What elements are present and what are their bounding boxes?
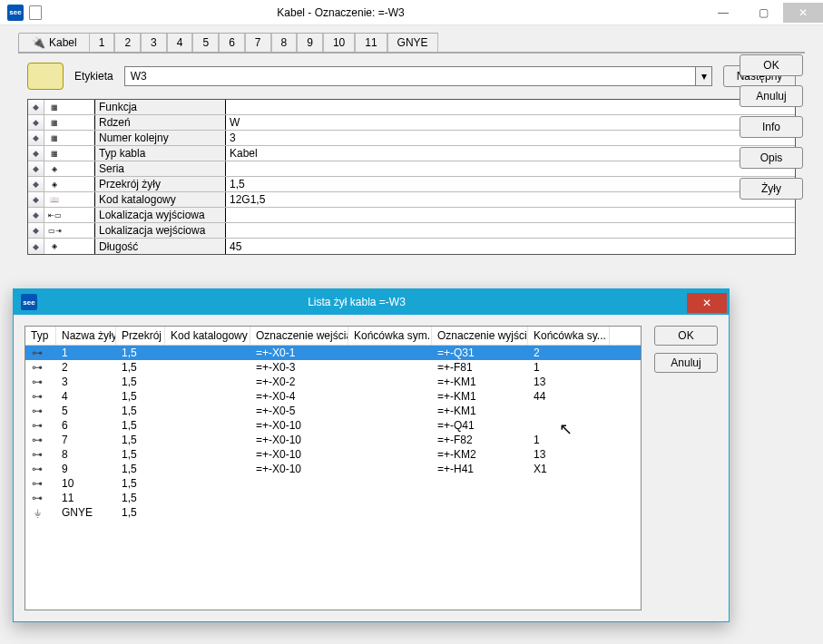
inner-ok-button[interactable]: OK xyxy=(654,326,718,346)
wire-row[interactable]: ⊶71,5=+-X0-10=+-F821 xyxy=(25,433,641,447)
column-header[interactable]: Oznaczenie wyjścia xyxy=(432,327,528,345)
prop-value[interactable] xyxy=(226,100,795,114)
wire-row[interactable]: ⊶111,5 xyxy=(25,491,641,505)
prop-value[interactable]: 12G1,5 xyxy=(226,192,795,207)
column-header[interactable]: Kod katalogowy xyxy=(165,327,250,345)
wire-row[interactable]: ⊶61,5=+-X0-10=+-Q41 xyxy=(25,418,641,433)
prop-row-lokalizacja-wyj-ciowa[interactable]: ◆⇤▭Lokalizacja wyjściowa xyxy=(28,208,795,223)
column-header[interactable]: Oznaczenie wejścia xyxy=(250,327,348,345)
info-button[interactable]: Info xyxy=(740,116,803,138)
close-button[interactable]: ✕ xyxy=(783,3,823,23)
etykieta-dropdown-icon[interactable]: ▾ xyxy=(695,67,711,85)
cell xyxy=(165,491,250,505)
prop-value[interactable] xyxy=(226,208,795,222)
etykieta-input[interactable]: W3 ▾ xyxy=(124,66,712,86)
prop-icon-locR: ▭⇥ xyxy=(44,223,95,238)
tab-1[interactable]: 1 xyxy=(89,34,115,52)
cell: =+-X0-3 xyxy=(250,360,348,375)
prop-label: Długość xyxy=(95,239,226,254)
prop-label: Lokalizacja wyjściowa xyxy=(95,208,226,222)
tab-3[interactable]: 3 xyxy=(141,34,167,52)
cell xyxy=(348,346,432,360)
prop-row-typ-kabla[interactable]: ◆▦Typ kablaKabel xyxy=(28,146,795,161)
tab-5[interactable]: 5 xyxy=(192,34,219,52)
tab-6[interactable]: 6 xyxy=(219,34,245,52)
wire-row[interactable]: ⊶91,5=+-X0-10=+-H41X1 xyxy=(25,462,641,476)
tab-11[interactable]: 11 xyxy=(355,34,387,52)
cell: =+-KM1 xyxy=(432,404,528,418)
cell xyxy=(348,418,432,433)
wire-row[interactable]: ⊶21,5=+-X0-3=+-F811 xyxy=(25,360,641,375)
prop-row-d-ugo-[interactable]: ◆◈Długość45 xyxy=(28,239,795,254)
column-header[interactable]: Końcówka sy... xyxy=(528,327,610,345)
tab-2[interactable]: 2 xyxy=(114,34,141,52)
inner-anuluj-button[interactable]: Anuluj xyxy=(654,353,718,373)
prop-value[interactable]: 1,5 xyxy=(226,177,795,191)
row-handle-icon: ◆ xyxy=(28,100,44,114)
row-handle-icon: ◆ xyxy=(28,239,44,254)
opis-button[interactable]: Opis xyxy=(740,147,803,169)
cell: 6 xyxy=(56,418,116,433)
cell xyxy=(250,491,348,505)
cell xyxy=(528,505,610,520)
tab-8[interactable]: 8 xyxy=(271,34,298,52)
prop-value[interactable]: 3 xyxy=(226,131,795,145)
prop-value[interactable]: Kabel xyxy=(226,146,795,161)
wire-row[interactable]: ⊶101,5 xyxy=(25,476,641,491)
tab-10[interactable]: 10 xyxy=(323,34,355,52)
wire-row[interactable]: ⊶31,5=+-X0-2=+-KM113 xyxy=(25,375,641,389)
maximize-button[interactable]: ▢ xyxy=(743,3,783,23)
etykieta-row: Etykieta W3 ▾ Następny xyxy=(0,54,823,99)
prop-row-lokalizacja-wej-ciowa[interactable]: ◆▭⇥Lokalizacja wejściowa xyxy=(28,223,795,239)
prop-row-funkcja[interactable]: ◆▦Funkcja xyxy=(28,100,795,115)
wire-row[interactable]: ⊶11,5=+-X0-1=+-Q312 xyxy=(25,346,641,360)
column-header[interactable]: Przekrój xyxy=(116,327,165,345)
prop-value[interactable]: W xyxy=(226,115,795,130)
tab-4[interactable]: 4 xyxy=(167,34,193,52)
zyly-button[interactable]: Żyły xyxy=(740,178,803,200)
column-header[interactable]: Typ xyxy=(25,327,56,345)
cell: 1,5 xyxy=(116,447,165,462)
prop-row-seria[interactable]: ◆◈Seria xyxy=(28,161,795,177)
cell: ⊶ xyxy=(25,476,56,491)
cell xyxy=(528,491,610,505)
cell: 1,5 xyxy=(116,404,165,418)
cell: 3 xyxy=(56,375,116,389)
cell: X1 xyxy=(528,462,610,476)
ok-button[interactable]: OK xyxy=(740,54,803,76)
inner-titlebar: see Lista żył kabla =-W3 ✕ xyxy=(14,289,729,315)
inner-close-button[interactable]: ✕ xyxy=(687,293,727,313)
prop-row-kod-katalogowy[interactable]: ◆📖Kod katalogowy12G1,5 xyxy=(28,192,795,208)
wire-row[interactable]: ⏚GNYE1,5 xyxy=(25,505,641,520)
tab-kabel[interactable]: 🔌 Kabel xyxy=(18,33,91,52)
prop-row-rdze-[interactable]: ◆▦RdzeńW xyxy=(28,115,795,131)
inner-window: see Lista żył kabla =-W3 ✕ TypNazwa żyły… xyxy=(13,288,730,622)
tab-7[interactable]: 7 xyxy=(245,34,271,52)
prop-value[interactable]: 45 xyxy=(226,239,795,254)
wire-list[interactable]: TypNazwa żyłyPrzekrójKod katalogowyOznac… xyxy=(24,326,642,610)
column-header[interactable]: Nazwa żyły xyxy=(56,327,116,345)
prop-value[interactable] xyxy=(226,223,795,238)
tab-9[interactable]: 9 xyxy=(297,34,323,52)
anuluj-button[interactable]: Anuluj xyxy=(740,85,803,107)
cell xyxy=(348,389,432,404)
wire-row[interactable]: ⊶51,5=+-X0-5=+-KM1 xyxy=(25,404,641,418)
cell: ⊶ xyxy=(25,389,56,404)
minimize-button[interactable]: — xyxy=(703,3,743,23)
tab-GNYE[interactable]: GNYE xyxy=(387,34,438,52)
cell: ⊶ xyxy=(25,491,56,505)
wire-row[interactable]: ⊶41,5=+-X0-4=+-KM144 xyxy=(25,389,641,404)
cell: 1 xyxy=(56,346,116,360)
row-handle-icon: ◆ xyxy=(28,146,44,161)
wire-row[interactable]: ⊶81,5=+-X0-10=+-KM213 xyxy=(25,447,641,462)
cell xyxy=(348,491,432,505)
prop-value[interactable] xyxy=(226,161,795,176)
cell: =+-X0-10 xyxy=(250,462,348,476)
cell xyxy=(165,375,250,389)
column-header[interactable]: Końcówka sym... xyxy=(348,327,432,345)
cell xyxy=(528,476,610,491)
cell xyxy=(528,418,610,433)
prop-row-numer-kolejny[interactable]: ◆▦Numer kolejny3 xyxy=(28,131,795,146)
prop-row-przekr-j-y-y[interactable]: ◆◈Przekrój żyły1,5 xyxy=(28,177,795,192)
cell xyxy=(165,346,250,360)
